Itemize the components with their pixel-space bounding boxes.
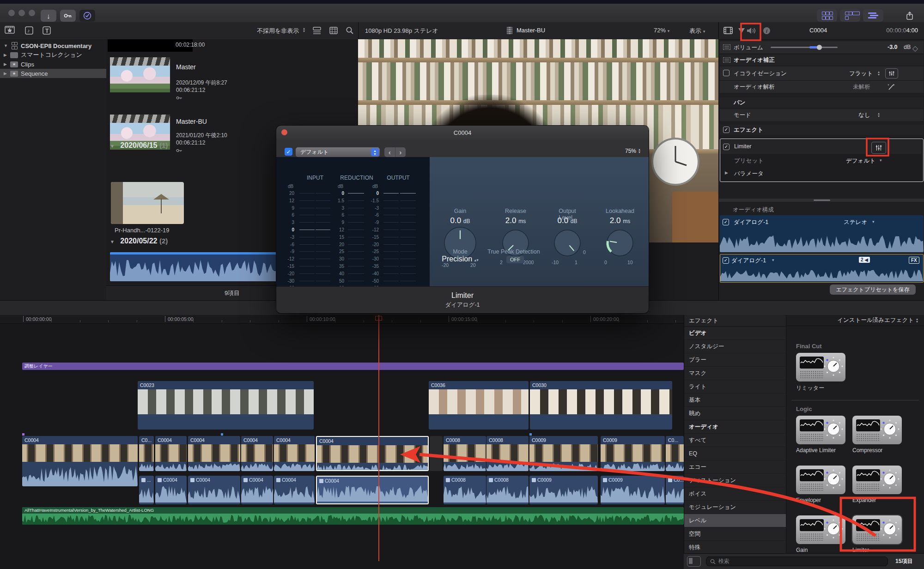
audio-clip-C0004[interactable]: C0004	[155, 476, 187, 504]
limiter-plugin-window[interactable]: C0004 ✓ デフォルト ▲▼ ‹› 75%▴▾ INPUTdB2012963…	[276, 126, 649, 313]
sidebar-item-スマートコレクション[interactable]: ▶ スマートコレクション	[0, 50, 106, 60]
audio-clip-C0...[interactable]: C0...	[666, 476, 684, 504]
zoom-window-button[interactable]	[29, 10, 35, 16]
audio-channel-2-selected[interactable]: ✓ ダイアログ-1 ▾ 2 ◀ FX	[720, 254, 924, 283]
next-preset-button[interactable]: ›	[395, 147, 406, 157]
timeline-clip-C0...[interactable]: C0...	[666, 436, 684, 471]
pan-mode-menu[interactable]: なし	[858, 111, 870, 119]
chevron-down-icon[interactable]: ▾	[772, 258, 774, 262]
search-icon[interactable]	[346, 26, 354, 36]
effects-category-オーディオ[interactable]: オーディオ	[684, 420, 786, 434]
animation-menu-icon[interactable]	[723, 44, 730, 50]
effect-tile-Compressor[interactable]	[852, 416, 902, 444]
effect-tile-Enveloper[interactable]	[796, 466, 845, 494]
inspector-view-button[interactable]	[863, 9, 883, 22]
effects-category-ディストーション[interactable]: ディストーション	[684, 474, 786, 487]
channel-checkbox[interactable]: ✓	[723, 257, 729, 264]
clip-thumbnail-master[interactable]	[110, 57, 170, 92]
filter-stepper-icon[interactable]: ▴▾	[303, 27, 305, 33]
effects-category-眺め[interactable]: 眺め	[684, 407, 786, 420]
effect-tile-Adaptive Limiter[interactable]	[796, 416, 845, 444]
parameters-row[interactable]: ▶ パラメータ	[720, 168, 921, 180]
volume-value[interactable]: -3.0	[888, 44, 898, 50]
previous-preset-button[interactable]: ‹	[384, 147, 395, 157]
effects-category-ノスタルジー[interactable]: ノスタルジー	[684, 340, 786, 353]
audio-clip-C0008[interactable]: C0008	[444, 476, 486, 504]
effect-tile-リミッター[interactable]	[796, 353, 845, 381]
section-menu-icon[interactable]	[723, 57, 730, 63]
close-window-button[interactable]	[8, 10, 15, 16]
plugin-zoom-control[interactable]: 75%▴▾	[625, 148, 640, 154]
effects-category-ボイス[interactable]: ボイス	[684, 487, 786, 501]
minimize-window-button[interactable]	[18, 10, 25, 16]
channel-checkbox[interactable]: ✓	[723, 219, 729, 225]
video-triangle-icon[interactable]	[737, 27, 746, 34]
plugin-preset-menu[interactable]: デフォルト ▲▼	[296, 147, 380, 157]
sidebar-item-Clips[interactable]: ▶ ★ Clips	[0, 60, 106, 69]
audio-clip-C0004[interactable]: C0004	[241, 476, 273, 504]
audio-inspector-icon[interactable]	[746, 26, 757, 35]
effects-category-レベル[interactable]: レベル	[684, 514, 786, 527]
preset-menu[interactable]: デフォルト	[846, 157, 875, 165]
installed-effects-header[interactable]: インストール済みエフェクト▴▾	[786, 315, 924, 326]
audio-clip-C0004[interactable]: C0004	[274, 476, 315, 504]
effects-category-EQ[interactable]: EQ	[684, 447, 786, 460]
clip-thumbnail-beach[interactable]	[111, 182, 184, 224]
timeline-clip-C0009[interactable]: C0009	[601, 436, 665, 471]
eq-editor-icon[interactable]	[885, 68, 898, 79]
effects-category-空間[interactable]: 空間	[684, 527, 786, 541]
plugin-title-bar[interactable]: C0004	[276, 126, 649, 139]
effect-tile-Gain[interactable]	[796, 515, 845, 544]
limiter-row[interactable]: ✓ Limiter	[720, 140, 921, 154]
audio-clip-C0009[interactable]: C0009	[601, 476, 665, 504]
audio-clip-...[interactable]: ...	[139, 476, 154, 504]
disclosure-right-icon[interactable]: ▶	[725, 170, 728, 175]
effect-tile-Expander[interactable]	[852, 466, 902, 494]
audio-clip-C0004[interactable]: C0004	[316, 476, 429, 504]
viewer-view-menu[interactable]: 表示 ▾	[689, 27, 705, 35]
eq-checkbox[interactable]	[723, 70, 729, 76]
background-tasks-button[interactable]	[79, 10, 95, 22]
effects-category-モジュレーション[interactable]: モジュレーション	[684, 501, 786, 514]
clip-name[interactable]: Master	[176, 63, 227, 71]
playhead[interactable]	[378, 315, 379, 561]
audio-channel-1[interactable]: ✓ ダイアログ-1 ステレオ ▾	[720, 215, 924, 252]
magic-wand-icon[interactable]	[887, 83, 895, 91]
audio-photos-icon[interactable]: ♪	[24, 26, 35, 37]
adjustment-layer-clip[interactable]: 調整レイヤー	[22, 363, 684, 370]
effects-category-ビデオ[interactable]: ビデオ	[684, 327, 786, 340]
timeline[interactable]: 00:00:00:0000:00:05:0000:00:10:0000:00:1…	[0, 315, 684, 569]
timeline-clip-C0...[interactable]: C0...	[139, 436, 154, 471]
effects-category-すべて[interactable]: すべて	[684, 434, 786, 447]
timeline-clip-C0004[interactable]: C0004	[241, 436, 273, 471]
music-clip[interactable]: AllThatIHaveInstrumentalVersion_by_TheWa…	[22, 507, 684, 525]
timeline-clip-C0008[interactable]: C0008	[444, 436, 486, 471]
effects-category-特殊[interactable]: 特殊	[684, 541, 786, 554]
eq-preset-menu[interactable]: フラット	[849, 70, 873, 78]
disclosure-right-icon[interactable]: ▶	[4, 71, 9, 76]
effects-checkbox[interactable]: ✓	[723, 127, 729, 133]
save-effect-preset-button[interactable]: エフェクトプリセットを保存	[830, 284, 916, 295]
inspector-splitter[interactable]	[719, 199, 924, 202]
sidebar-toggle-icon[interactable]	[687, 556, 701, 567]
disclosure-right-icon[interactable]: ▶	[4, 62, 9, 67]
disclosure-down-icon[interactable]: ▼	[4, 43, 9, 48]
timeline-clip-C0008[interactable]: C0008	[486, 436, 529, 471]
timeline-ruler[interactable]: 00:00:00:0000:00:05:0000:00:10:0000:00:1…	[0, 315, 684, 324]
effect-tile-Limiter[interactable]	[852, 515, 902, 544]
timeline-clip-C0004[interactable]: C0004	[274, 436, 315, 471]
true-peak-toggle[interactable]: OFF	[506, 256, 524, 263]
limiter-controls-icon[interactable]	[871, 142, 886, 154]
sidebar-library[interactable]: ▼ CSON-EP8 Documentary	[0, 41, 106, 50]
effect-enabled-checkbox[interactable]: ✓	[285, 148, 292, 156]
close-icon[interactable]	[281, 129, 287, 135]
volume-slider[interactable]	[771, 47, 838, 48]
hide-rejected-filter[interactable]: 不採用を非表示	[257, 27, 299, 35]
effects-search-field[interactable]: 検索	[706, 557, 888, 566]
timeline-clip-C0009[interactable]: C0009	[529, 436, 598, 471]
video-inspector-icon[interactable]	[723, 27, 733, 34]
browser-group-row[interactable]: ▼ 2020/05/22 (2)	[110, 237, 168, 245]
browser-view-button[interactable]	[817, 9, 837, 22]
timeline-clip-C0036[interactable]: C0036	[429, 381, 529, 430]
audio-clip-C0004[interactable]: C0004	[188, 476, 240, 504]
